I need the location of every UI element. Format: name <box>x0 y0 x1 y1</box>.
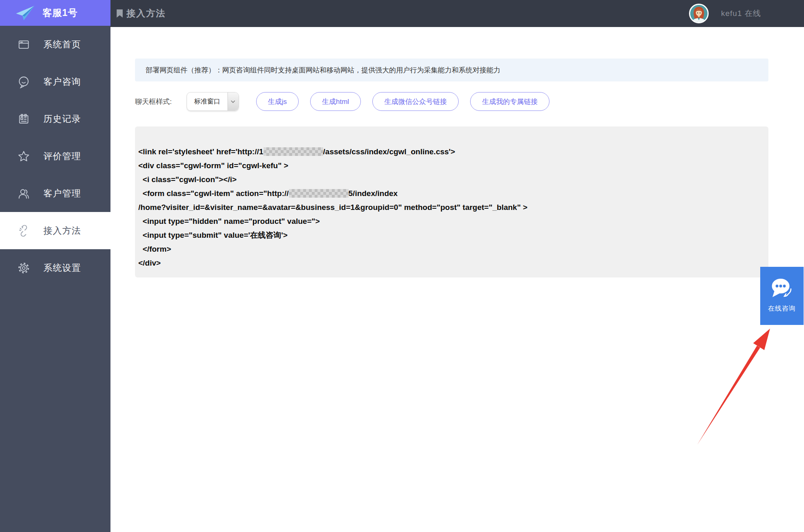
sidebar-item-history[interactable]: 历史记录 <box>0 100 110 138</box>
code-line: <form class="cgwl-item" action="http://5… <box>138 187 760 201</box>
censored-region <box>263 147 323 156</box>
link-icon <box>17 224 30 237</box>
generate-js-button[interactable]: 生成js <box>256 92 299 111</box>
code-line: <link rel='stylesheet' href='http://1/as… <box>138 145 760 159</box>
sidebar-item-label: 客户管理 <box>43 187 81 200</box>
code-line: <input type="submit" value='在线咨询'> <box>138 228 760 242</box>
code-line: </form> <box>138 242 760 256</box>
sidebar: 客服1号 系统首页 客户咨询 <box>0 0 110 532</box>
sidebar-item-label: 系统首页 <box>43 38 81 51</box>
dropdown-value: 标准窗口 <box>187 92 227 110</box>
generate-html-button[interactable]: 生成html <box>310 92 361 111</box>
sidebar-item-customer-consult[interactable]: 客户咨询 <box>0 63 110 100</box>
sidebar-item-label: 接入方法 <box>43 225 81 237</box>
topbar: 接入方法 kefu1 在线 <box>110 0 804 27</box>
chat-style-label: 聊天框样式: <box>135 97 172 106</box>
code-line: </div> <box>138 256 760 270</box>
users-icon <box>17 187 30 200</box>
code-block: <link rel='stylesheet' href='http://1/as… <box>135 126 768 277</box>
app-logo: 客服1号 <box>0 0 110 26</box>
page-title: 接入方法 <box>126 7 166 20</box>
avatar[interactable] <box>689 4 709 23</box>
chat-smile-icon <box>17 75 30 88</box>
sidebar-item-label: 系统设置 <box>43 262 81 274</box>
sidebar-item-customer-manage[interactable]: 客户管理 <box>0 175 110 212</box>
widget-label: 在线咨询 <box>768 304 796 313</box>
chat-bubble-icon <box>769 277 795 300</box>
sidebar-item-system-home[interactable]: 系统首页 <box>0 26 110 63</box>
code-line: /home?visiter_id=&visiter_name=&avatar=&… <box>138 201 760 214</box>
history-notes-icon <box>17 113 30 126</box>
generate-exclusive-link-button[interactable]: 生成我的专属链接 <box>470 92 550 111</box>
online-chat-widget[interactable]: 在线咨询 <box>760 267 804 325</box>
gear-icon <box>17 261 30 275</box>
paper-plane-icon <box>15 5 35 22</box>
sidebar-nav: 系统首页 客户咨询 历史记录 <box>0 26 110 286</box>
red-annotation-arrow <box>692 325 774 448</box>
info-banner: 部署网页组件（推荐）：网页咨询组件同时支持桌面网站和移动网站，提供强大的用户行为… <box>135 59 768 81</box>
chat-style-dropdown[interactable]: 标准窗口 <box>187 92 239 111</box>
generate-wechat-link-button[interactable]: 生成微信公众号链接 <box>372 92 459 111</box>
sidebar-item-label: 评价管理 <box>43 150 81 162</box>
sidebar-item-settings[interactable]: 系统设置 <box>0 249 110 286</box>
code-line: <div class="cgwl-form" id="cgwl-kefu" > <box>138 159 760 173</box>
sidebar-item-label: 历史记录 <box>43 113 81 125</box>
home-window-icon <box>17 38 30 51</box>
code-line: <i class="cgwl-icon"></i> <box>138 173 760 187</box>
user-area: kefu1 在线 <box>689 0 761 27</box>
sidebar-item-access-method[interactable]: 接入方法 <box>0 212 110 249</box>
user-status: kefu1 在线 <box>721 8 761 19</box>
code-line: <input type="hidden" name="product" valu… <box>138 214 760 228</box>
sidebar-item-label: 客户咨询 <box>43 76 81 88</box>
sidebar-item-rating[interactable]: 评价管理 <box>0 138 110 175</box>
chevron-down-icon <box>227 92 239 110</box>
app-title: 客服1号 <box>43 7 78 19</box>
star-icon <box>17 150 30 163</box>
bookmark-icon <box>116 9 123 18</box>
chat-style-row: 聊天框样式: 标准窗口 生成js 生成html 生成微信公众号链接 生成我的专属… <box>135 92 561 111</box>
censored-region <box>289 189 349 198</box>
